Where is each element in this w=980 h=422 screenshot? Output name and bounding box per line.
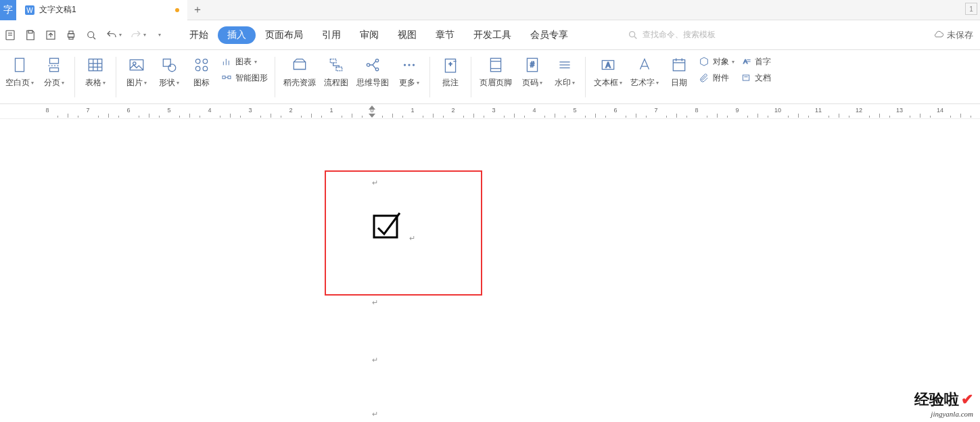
ruler-number: 2	[451, 107, 454, 114]
ruler-number: 7	[654, 107, 657, 114]
header-footer-button[interactable]: 页眉页脚	[475, 53, 516, 101]
svg-rect-17	[50, 68, 59, 71]
tab-layout[interactable]: 页面布局	[256, 26, 312, 44]
date-icon	[670, 55, 689, 74]
ruler-number: 11	[815, 107, 822, 114]
tab-start[interactable]: 开始	[180, 26, 218, 44]
paragraph-mark-icon: ↵	[372, 179, 378, 187]
wordart-button[interactable]: 艺术字▾	[626, 53, 663, 101]
qat-customize-icon[interactable]: ▾	[158, 32, 161, 38]
file-menu-icon[interactable]	[4, 29, 16, 41]
tab-chapter[interactable]: 章节	[426, 26, 464, 44]
textbox-icon: A	[599, 55, 617, 74]
undo-icon[interactable]	[106, 29, 118, 41]
textbox-button[interactable]: A 文本框▾	[590, 53, 626, 101]
ruler-number: 4	[208, 107, 211, 114]
paragraph-mark-icon: ↵	[372, 356, 378, 365]
document-tab[interactable]: W 文字文稿1	[16, 0, 187, 20]
svg-rect-38	[336, 67, 342, 70]
tab-devtools[interactable]: 开发工具	[464, 26, 521, 44]
ruler-number: 2	[289, 107, 292, 114]
smartart-button[interactable]: 智能图形	[220, 72, 268, 84]
ruler-number: 9	[735, 107, 739, 114]
chart-button[interactable]: 图表▾	[220, 55, 268, 68]
dropcap-button[interactable]: A首字	[740, 55, 771, 68]
check-icon: ✔	[961, 391, 973, 408]
window-control-icon[interactable]: 1	[965, 3, 977, 15]
ruler-number: 13	[896, 107, 903, 114]
svg-point-43	[408, 64, 410, 66]
tab-insert[interactable]: 插入	[218, 26, 256, 44]
icon-button[interactable]: 图标	[185, 53, 218, 101]
svg-line-11	[93, 37, 95, 39]
save-icon[interactable]	[24, 29, 37, 41]
svg-rect-48	[490, 58, 500, 72]
save-status-label: 未保存	[947, 29, 973, 41]
checkbox-checked-icon	[372, 210, 402, 240]
object-icon	[698, 55, 710, 68]
horizontal-ruler[interactable]: 8765432101234567891011121314	[0, 104, 980, 119]
search-box[interactable]: 查找命令、搜索模板	[628, 29, 716, 41]
docfield-icon	[740, 72, 752, 84]
attachment-button[interactable]: 附件	[698, 72, 734, 84]
print-icon[interactable]	[65, 29, 77, 41]
svg-rect-18	[89, 59, 102, 70]
date-button[interactable]: 日期	[663, 53, 695, 101]
svg-text:A: A	[605, 61, 611, 69]
watermark-logo: 经验啦 ✔ jingyanla.com	[914, 390, 973, 418]
shape-button[interactable]: 形状▾	[153, 53, 185, 101]
export-icon[interactable]	[45, 29, 57, 41]
new-tab-button[interactable]: ＋	[187, 3, 208, 17]
page-number-button[interactable]: # 页码▾	[516, 53, 549, 101]
svg-point-42	[404, 64, 406, 66]
more-button[interactable]: 更多▾	[393, 53, 425, 101]
table-button[interactable]: 表格▾	[79, 53, 112, 101]
svg-point-39	[367, 64, 369, 66]
paragraph-mark-icon: ↵	[372, 298, 378, 307]
search-placeholder: 查找命令、搜索模板	[643, 29, 716, 41]
svg-point-27	[195, 59, 200, 64]
svg-rect-34	[223, 76, 225, 78]
ruler-number: 3	[248, 107, 252, 114]
undo-dropdown-icon[interactable]: ▾	[119, 32, 122, 38]
resource-button[interactable]: 稻壳资源	[279, 53, 320, 101]
save-status[interactable]: 未保存	[933, 29, 973, 41]
redo-icon[interactable]	[130, 29, 142, 41]
svg-point-12	[630, 31, 635, 37]
comment-button[interactable]: + 批注	[434, 53, 467, 101]
mindmap-button[interactable]: 思维导图	[352, 53, 393, 101]
picture-button[interactable]: 图片▾	[120, 53, 153, 101]
ruler-number: 6	[613, 107, 617, 114]
ruler-number: 8	[45, 107, 49, 114]
tab-member[interactable]: 会员专享	[521, 26, 578, 44]
docfield-button[interactable]: 文档	[740, 72, 771, 84]
quick-access-toolbar: ▾ ▾ ▾	[4, 29, 168, 41]
menu-tabs: 开始 插入 页面布局 引用 审阅 视图 章节 开发工具 会员专享	[180, 26, 578, 44]
redo-dropdown-icon[interactable]: ▾	[143, 32, 146, 38]
tab-view[interactable]: 视图	[388, 26, 426, 44]
flowchart-button[interactable]: 流程图	[320, 53, 352, 101]
page-break-button[interactable]: 分页▾	[38, 53, 70, 101]
tab-title: 文字文稿1	[39, 4, 76, 16]
svg-rect-65	[743, 75, 749, 80]
ruler-number: 14	[937, 107, 943, 114]
svg-rect-9	[69, 37, 73, 39]
tab-review[interactable]: 审阅	[350, 26, 388, 44]
app-menu-button[interactable]: 字	[0, 0, 16, 20]
svg-text:W: W	[26, 7, 33, 14]
smartart-icon	[220, 72, 233, 84]
preview-icon[interactable]	[85, 29, 97, 41]
watermark-button[interactable]: 水印▾	[549, 53, 581, 101]
resource-icon	[290, 55, 309, 74]
svg-rect-67	[374, 216, 397, 237]
document-canvas[interactable]: ↵ ↵ ↵ ↵ ↵ 经验啦 ✔ jingyanla.com	[0, 119, 980, 422]
svg-rect-7	[68, 33, 74, 37]
shape-icon	[160, 55, 179, 74]
tab-bar: 字 W 文字文稿1 ＋ 1	[0, 0, 980, 20]
blank-page-button[interactable]: 空白页▾	[1, 53, 38, 101]
ruler-number: 7	[86, 107, 89, 114]
object-button[interactable]: 对象▾	[698, 55, 734, 68]
tab-reference[interactable]: 引用	[312, 26, 350, 44]
svg-point-24	[133, 62, 136, 65]
svg-point-41	[375, 68, 378, 70]
